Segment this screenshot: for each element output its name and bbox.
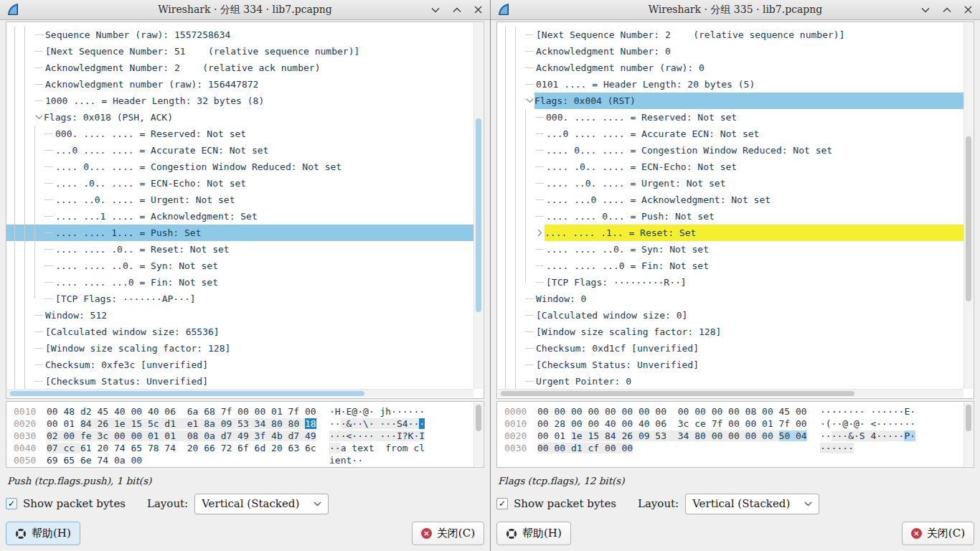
tree-row[interactable]: [Checksum Status: Unverified] xyxy=(6,373,473,390)
tree-branch-line xyxy=(535,150,544,151)
help-button[interactable]: 帮助(H) xyxy=(496,522,571,545)
chevron-down-icon[interactable] xyxy=(430,5,440,14)
tree-row[interactable]: [Calculated window size: 65536] xyxy=(6,324,473,340)
packet-detail-tree[interactable]: [Next Sequence Number: 2 (relative seque… xyxy=(496,22,974,399)
tree-row[interactable]: .... ...1 .... = Acknowledgment: Set xyxy=(6,208,473,225)
tree-row[interactable]: .... 0... .... = Congestion Window Reduc… xyxy=(497,142,963,159)
tree-row[interactable]: .... .... ...0 = Fin: Not set xyxy=(497,258,963,274)
titlebar[interactable]: Wireshark · 分组 335 · lib7.pcapng xyxy=(491,0,980,20)
packet-bytes-pane[interactable]: 001000 48 d2 45 40 00 40 06 6a 68 7f 00 … xyxy=(6,401,484,468)
hex-offset: 0030 xyxy=(14,430,38,442)
tree-row[interactable]: .... .... .1.. = Reset: Set xyxy=(497,225,963,241)
tree-row[interactable]: Acknowledgment Number: 0 xyxy=(497,43,963,60)
tree-row[interactable]: .... .... ..0. = Syn: Not set xyxy=(497,241,963,258)
expander-open-icon[interactable] xyxy=(34,109,44,126)
expander-closed-icon[interactable] xyxy=(535,225,545,241)
tree-row[interactable]: [Checksum Status: Unverified] xyxy=(497,357,963,373)
tree-row[interactable]: .... .0.. .... = ECN-Echo: Not set xyxy=(6,175,473,192)
hex-row[interactable]: 003000 00 d1 cf 00 00······ xyxy=(504,442,963,454)
tree-indent-guide xyxy=(505,27,515,43)
tree-row[interactable]: Acknowledgment number (raw): 156447872 xyxy=(6,76,473,93)
tree-row[interactable]: .... .... .0.. = Reset: Not set xyxy=(6,241,473,258)
hex-row[interactable]: 002000 01 84 26 1e 15 5c d1 e1 8a 09 53 … xyxy=(14,418,473,430)
tree-row[interactable]: [Next Sequence Number: 2 (relative seque… xyxy=(497,27,963,43)
tree-indent-guide xyxy=(24,324,34,340)
show-packet-bytes-checkbox[interactable]: ✓ Show packet bytes xyxy=(496,497,616,510)
tree-row[interactable]: Flags: 0x004 (RST) xyxy=(497,93,963,109)
tree-row-content: [Checksum Status: Unverified] xyxy=(34,373,473,390)
horizontal-scrollbar[interactable] xyxy=(498,389,963,397)
tree-row[interactable]: .... .... ..0. = Syn: Not set xyxy=(6,258,473,274)
chevron-up-icon[interactable] xyxy=(452,5,461,14)
vertical-scrollbar[interactable] xyxy=(473,23,483,389)
tree-row[interactable]: .... .... 0... = Push: Not set xyxy=(497,208,963,225)
tree-row[interactable]: 0101 .... = Header Length: 20 bytes (5) xyxy=(497,76,963,93)
tree-row[interactable]: [Calculated window size: 0] xyxy=(497,307,963,324)
close-button[interactable]: × 关闭(C) xyxy=(412,522,484,545)
tree-row[interactable]: Flags: 0x018 (PSH, ACK) xyxy=(6,109,473,126)
hex-rows: 000000 00 00 00 00 00 00 00 00 00 00 00 … xyxy=(497,402,963,454)
scrollbar-thumb[interactable] xyxy=(476,118,481,312)
tree-row[interactable]: .... ..0. .... = Urgent: Not set xyxy=(6,192,473,208)
vertical-scrollbar[interactable] xyxy=(473,402,483,466)
tree-row[interactable]: Acknowledgment number (raw): 0 xyxy=(497,60,963,76)
tree-row[interactable]: .... ...0 .... = Acknowledgment: Not set xyxy=(497,192,963,208)
hex-row[interactable]: 002000 01 1e 15 84 26 09 53 34 80 00 00 … xyxy=(504,430,963,442)
hex-row[interactable]: 001000 28 00 00 40 00 40 06 3c ce 7f 00 … xyxy=(504,418,963,430)
tree-row[interactable]: .... 0... .... = Congestion Window Reduc… xyxy=(6,159,473,175)
hex-row[interactable]: 005069 65 6e 74 0a 00ient·· xyxy=(14,454,473,466)
hex-bytes: 00 00 d1 cf 00 00 xyxy=(537,442,810,454)
tree-row[interactable]: 000. .... .... = Reserved: Not set xyxy=(497,109,963,126)
hex-row[interactable]: 000000 00 00 00 00 00 00 00 00 00 00 00 … xyxy=(504,405,963,418)
tree-row[interactable]: ...0 .... .... = Accurate ECN: Not set xyxy=(6,142,473,159)
chevron-down-icon[interactable] xyxy=(920,5,930,14)
tree-row[interactable]: .... .... ...0 = Fin: Not set xyxy=(6,274,473,291)
close-window-icon[interactable] xyxy=(473,5,483,14)
chevron-up-icon[interactable] xyxy=(942,5,951,14)
titlebar[interactable]: Wireshark · 分组 334 · lib7.pcapng xyxy=(0,0,490,20)
tree-row[interactable]: Urgent Pointer: 0 xyxy=(497,373,963,390)
scrollbar-thumb[interactable] xyxy=(476,405,481,431)
tree-indent-guide xyxy=(525,126,535,142)
check-icon[interactable]: ✓ xyxy=(6,498,17,509)
tree-row[interactable]: Sequence Number (raw): 1557258634 xyxy=(6,27,473,43)
horizontal-scrollbar[interactable] xyxy=(7,389,473,397)
vertical-scrollbar[interactable] xyxy=(963,23,973,389)
tree-row[interactable]: [TCP Flags: ·······AP···] xyxy=(6,291,473,307)
hex-row[interactable]: 003002 00 fe 3c 00 00 01 01 08 0a d7 49 … xyxy=(14,430,473,442)
tree-row[interactable]: Checksum: 0xd1cf [unverified] xyxy=(497,340,963,357)
scrollbar-thumb[interactable] xyxy=(501,391,854,396)
tree-row[interactable]: .... ..0. .... = Urgent: Not set xyxy=(497,175,963,192)
tree-row-label: ...0 .... .... = Accurate ECN: Not set xyxy=(55,142,268,159)
help-button[interactable]: 帮助(H) xyxy=(6,522,80,545)
tree-row[interactable]: 1000 .... = Header Length: 32 bytes (8) xyxy=(6,93,473,109)
check-icon[interactable]: ✓ xyxy=(496,498,508,509)
tree-row[interactable]: [Window size scaling factor: 128] xyxy=(6,340,473,357)
tree-row[interactable]: [Window size scaling factor: 128] xyxy=(497,324,963,340)
tree-row[interactable]: Window: 512 xyxy=(6,307,473,324)
tree-row[interactable]: 000. .... .... = Reserved: Not set xyxy=(6,126,473,142)
tree-row[interactable]: Checksum: 0xfe3c [unverified] xyxy=(6,357,473,373)
tree-row[interactable]: Window: 0 xyxy=(497,291,963,307)
layout-select[interactable]: Vertical (Stacked) xyxy=(194,494,329,514)
vertical-scrollbar[interactable] xyxy=(963,402,973,466)
show-packet-bytes-checkbox[interactable]: ✓ Show packet bytes xyxy=(6,497,126,510)
layout-select[interactable]: Vertical (Stacked) xyxy=(685,494,819,514)
tree-row[interactable]: .... .... 1... = Push: Set xyxy=(6,225,473,241)
scrollbar-thumb[interactable] xyxy=(10,391,364,396)
tree-row[interactable]: [Next Sequence Number: 51 (relative sequ… xyxy=(6,43,473,60)
close-window-icon[interactable] xyxy=(963,5,973,14)
packet-bytes-pane[interactable]: 000000 00 00 00 00 00 00 00 00 00 00 00 … xyxy=(496,401,974,468)
packet-detail-tree[interactable]: Sequence Number (raw): 1557258634[Next S… xyxy=(6,22,484,399)
expander-open-icon[interactable] xyxy=(525,93,534,109)
hex-row[interactable]: 001000 48 d2 45 40 00 40 06 6a 68 7f 00 … xyxy=(14,405,473,418)
hex-row[interactable]: 004007 cc 61 20 74 65 78 74 20 66 72 6f … xyxy=(14,442,473,454)
tree-row[interactable]: ...0 .... .... = Accurate ECN: Not set xyxy=(497,126,963,142)
close-button[interactable]: × 关闭(C) xyxy=(902,522,974,545)
tree-row[interactable]: Acknowledgment Number: 2 (relative ack n… xyxy=(6,60,473,76)
scrollbar-thumb[interactable] xyxy=(966,136,971,301)
tree-row[interactable]: .... .0.. .... = ECN-Echo: Not set xyxy=(497,159,963,175)
tree-row[interactable]: [TCP Flags: ·········R··] xyxy=(497,274,963,291)
scrollbar-thumb[interactable] xyxy=(966,405,971,431)
tree-indent-guide xyxy=(14,357,24,373)
